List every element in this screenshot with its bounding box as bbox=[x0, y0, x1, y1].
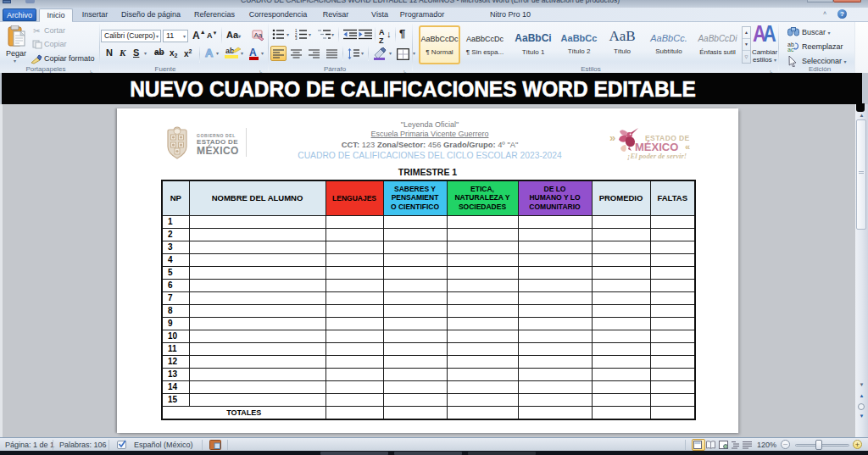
svg-text:3: 3 bbox=[295, 36, 298, 40]
svg-text:ac: ac bbox=[787, 47, 794, 52]
